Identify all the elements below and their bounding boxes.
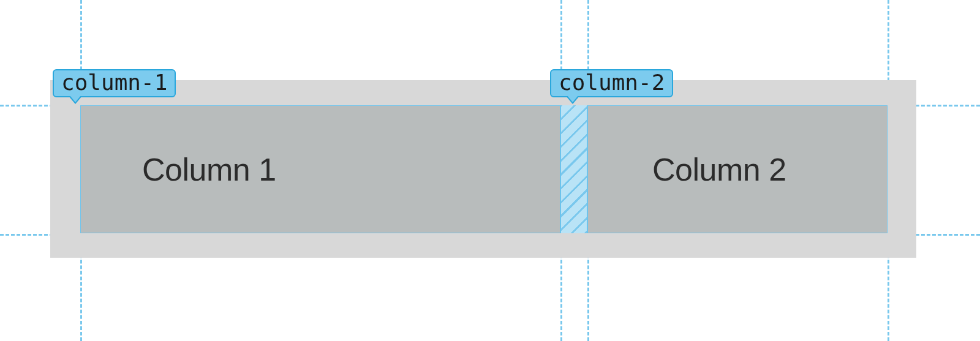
grid-column-2: Column 2 [587,105,888,233]
grid-column-2-content-label: Column 2 [652,151,786,188]
grid-track-name-label: column-2 [559,70,665,95]
grid-column-1-content-label: Column 1 [142,151,276,188]
grid-track-name-label: column-1 [61,70,167,95]
grid-track-name-badge-1: column-1 [53,69,176,97]
grid-track-name-badge-2: column-2 [550,69,673,97]
grid-gap-overlay [560,105,587,233]
grid-column-1: Column 1 [80,105,560,233]
